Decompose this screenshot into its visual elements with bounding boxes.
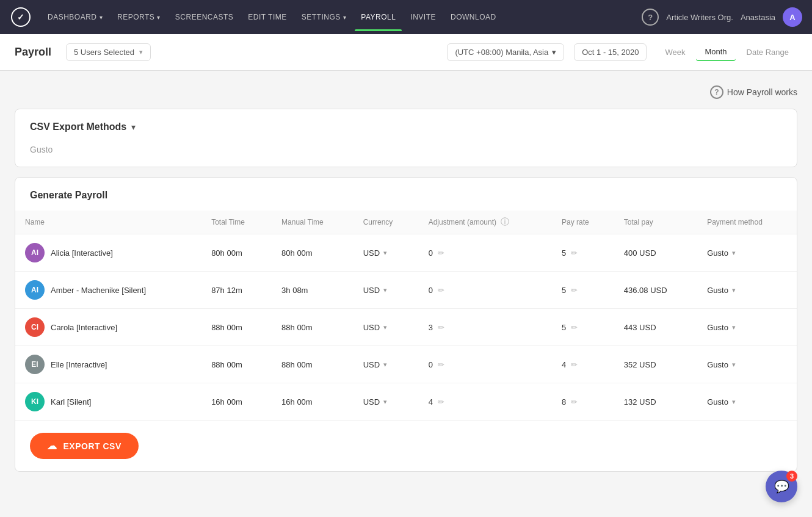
view-option-date-range[interactable]: Date Range — [738, 44, 797, 60]
user-name: Karl [Silent] — [51, 397, 91, 407]
page-title: Payroll — [15, 46, 51, 59]
export-csv-button[interactable]: ☁ EXPORT CSV — [30, 433, 139, 459]
timezone-selector[interactable]: (UTC +08:00) Manila, Asia ▾ — [447, 43, 564, 61]
chevron-down-icon[interactable]: ▾ — [732, 361, 736, 369]
date-range: Oct 1 - 15, 2020 — [574, 43, 647, 61]
chevron-down-icon[interactable]: ▾ — [383, 324, 387, 331]
user-name: Carola [Interactive] — [51, 323, 117, 332]
nav-item-payroll[interactable]: PAYROLL — [355, 9, 402, 25]
cell-manual-time: 16h 00m — [272, 383, 353, 421]
cell-manual-time: 88h 00m — [272, 309, 353, 346]
csv-export-header[interactable]: CSV Export Methods ▾ — [15, 109, 797, 145]
edit-icon[interactable]: ✏ — [571, 248, 578, 258]
cell-adjustment: 0 ✏ — [419, 346, 552, 383]
navbar: ✓ DASHBOARD ▾ REPORTS ▾ SCREENCASTS EDIT… — [0, 0, 812, 34]
payroll-table: Name Total Time Manual Time Currency Adj… — [15, 211, 797, 420]
cell-payment-method: Gusto ▾ — [697, 383, 797, 421]
chevron-down-icon[interactable]: ▾ — [732, 398, 736, 406]
edit-icon[interactable]: ✏ — [438, 360, 444, 369]
chevron-down-icon: ▾ — [343, 14, 347, 21]
table-row: CI Carola [Interactive] 88h 00m 88h 00m … — [15, 309, 797, 346]
table-row: AI Alicia [Interactive] 80h 00m 80h 00m … — [15, 234, 797, 272]
nav-item-download[interactable]: DOWNLOAD — [444, 9, 502, 25]
csv-export-body: Gusto — [15, 145, 797, 167]
cell-adjustment: 0 ✏ — [419, 234, 552, 272]
chevron-down-icon: ▾ — [100, 14, 103, 21]
upload-cloud-icon: ☁ — [47, 440, 57, 452]
view-option-month[interactable]: Month — [696, 43, 735, 61]
user-avatar: KI — [25, 392, 45, 411]
cell-name: AI Amber - Machenike [Silent] — [15, 272, 201, 309]
csv-export-title: CSV Export Methods — [30, 121, 126, 132]
chevron-down-icon[interactable]: ▾ — [383, 249, 387, 257]
logo-check-icon: ✓ — [17, 12, 24, 22]
cell-adjustment: 3 ✏ — [419, 309, 552, 346]
cell-manual-time: 80h 00m — [272, 234, 353, 272]
how-payroll-link[interactable]: How Payroll works — [727, 87, 797, 97]
cell-total-pay: 436.08 USD — [614, 272, 697, 309]
app-logo[interactable]: ✓ — [10, 6, 32, 28]
chevron-down-icon[interactable]: ▾ — [732, 286, 736, 294]
col-total-time: Total Time — [201, 211, 272, 234]
view-options: Week Month Date Range — [656, 43, 797, 61]
chevron-down-icon: ▾ — [131, 122, 136, 132]
edit-icon[interactable]: ✏ — [438, 248, 444, 258]
col-manual-time: Manual Time — [272, 211, 353, 234]
cell-total-time: 88h 00m — [201, 309, 272, 346]
org-name[interactable]: Article Writers Org. — [666, 13, 733, 22]
col-pay-rate: Pay rate — [552, 211, 614, 234]
edit-icon[interactable]: ✏ — [438, 323, 444, 332]
cell-total-pay: 400 USD — [614, 234, 697, 272]
csv-export-subtitle: Gusto — [30, 145, 53, 154]
table-row: EI Elle [Interactive] 88h 00m 88h 00m US… — [15, 346, 797, 383]
cell-payment-method: Gusto ▾ — [697, 309, 797, 346]
how-payroll-icon: ? — [710, 85, 723, 99]
view-option-week[interactable]: Week — [656, 44, 694, 60]
cell-total-pay: 443 USD — [614, 309, 697, 346]
user-avatar[interactable]: A — [783, 7, 802, 27]
chevron-down-icon[interactable]: ▾ — [383, 361, 387, 369]
nav-item-edit-time[interactable]: EDIT TIME — [242, 9, 292, 25]
cell-currency: USD ▾ — [353, 234, 419, 272]
nav-item-reports[interactable]: REPORTS ▾ — [111, 9, 167, 25]
cell-pay-rate: 8 ✏ — [552, 383, 614, 421]
chevron-down-icon[interactable]: ▾ — [383, 398, 387, 406]
edit-icon[interactable]: ✏ — [571, 397, 578, 407]
cell-manual-time: 88h 00m — [272, 346, 353, 383]
cell-currency: USD ▾ — [353, 383, 419, 421]
chevron-down-icon: ▾ — [139, 48, 143, 56]
table-row: KI Karl [Silent] 16h 00m 16h 00m USD ▾ 4… — [15, 383, 797, 421]
user-name: Amber - Machenike [Silent] — [51, 286, 146, 295]
cell-pay-rate: 5 ✏ — [552, 309, 614, 346]
edit-icon[interactable]: ✏ — [438, 397, 444, 407]
chat-bubble[interactable]: 💬 3 — [766, 471, 797, 496]
col-currency: Currency — [353, 211, 419, 234]
help-button[interactable]: ? — [642, 9, 659, 26]
nav-item-invite[interactable]: INVITE — [404, 9, 442, 25]
edit-icon[interactable]: ✏ — [571, 360, 578, 369]
nav-item-settings[interactable]: SETTINGS ▾ — [295, 9, 353, 25]
info-icon: ⓘ — [501, 217, 509, 226]
edit-icon[interactable]: ✏ — [438, 286, 444, 295]
chevron-down-icon[interactable]: ▾ — [732, 324, 736, 331]
edit-icon[interactable]: ✏ — [571, 286, 578, 295]
nav-item-dashboard[interactable]: DASHBOARD ▾ — [42, 9, 109, 25]
cell-adjustment: 4 ✏ — [419, 383, 552, 421]
user-name[interactable]: Anastasia — [741, 13, 775, 22]
user-name: Alicia [Interactive] — [51, 248, 113, 258]
edit-icon[interactable]: ✏ — [571, 323, 578, 332]
cell-name: AI Alicia [Interactive] — [15, 234, 201, 272]
chevron-down-icon: ▾ — [552, 48, 556, 57]
users-selector[interactable]: 5 Users Selected ▾ — [66, 43, 151, 61]
chevron-down-icon[interactable]: ▾ — [383, 286, 387, 294]
cell-currency: USD ▾ — [353, 346, 419, 383]
nav-item-screencasts[interactable]: SCREENCASTS — [169, 9, 240, 25]
chat-icon: 💬 — [774, 479, 789, 494]
col-name: Name — [15, 211, 201, 234]
main-content: ? How Payroll works CSV Export Methods ▾… — [0, 71, 812, 496]
col-adjustment: Adjustment (amount) ⓘ — [419, 211, 552, 234]
chevron-down-icon[interactable]: ▾ — [732, 249, 736, 257]
user-avatar: AI — [25, 280, 45, 300]
chat-badge: 3 — [786, 471, 797, 482]
cell-total-pay: 352 USD — [614, 346, 697, 383]
